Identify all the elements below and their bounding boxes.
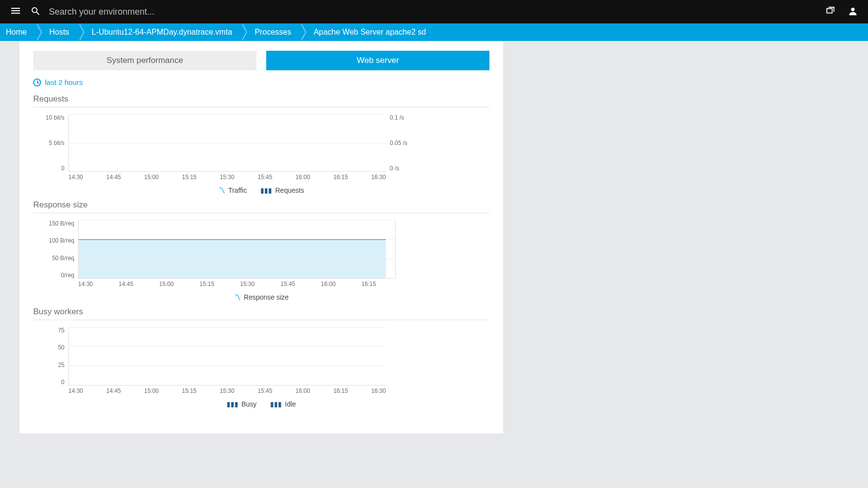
x-tick: 15:45 (257, 387, 272, 394)
y-tick: 0 (61, 165, 64, 172)
tab-system-performance[interactable]: System performance (33, 51, 256, 70)
section-title-requests: Requests (33, 94, 489, 104)
legend-item-busy[interactable]: ▮▮▮Busy (227, 400, 256, 408)
time-range-label: last 2 hours (45, 78, 83, 86)
y-tick: 0 (61, 379, 64, 386)
y-tick: 0/req (61, 272, 74, 279)
y-tick: 50 B/req (52, 255, 74, 262)
x-tick: 14:45 (106, 387, 121, 394)
legend-item-response-size[interactable]: 〽Response size (234, 293, 289, 301)
legend-response: 〽Response size (33, 293, 489, 301)
windows-icon[interactable] (825, 6, 836, 18)
breadcrumb-process-name[interactable]: Apache Web Server apache2 sd (301, 23, 436, 41)
legend-requests: 〽Traffic ▮▮▮Requests (33, 186, 489, 194)
legend-item-idle[interactable]: ▮▮▮Idle (270, 400, 296, 408)
x-tick: 16:00 (296, 387, 310, 394)
x-tick: 15:15 (182, 174, 196, 181)
x-tick: 15:30 (220, 387, 234, 394)
breadcrumb-processes[interactable]: Processes (242, 23, 301, 41)
x-tick: 16:00 (321, 281, 336, 287)
y-tick: 5 bit/s (49, 140, 64, 146)
y-tick: 25 (58, 362, 64, 368)
chart-requests: 10 bit/s 5 bit/s 0 14:30 14:45 15:00 15:… (33, 114, 489, 194)
x-tick: 15:15 (200, 281, 214, 287)
x-tick: 15:45 (280, 281, 295, 287)
search-icon[interactable] (30, 6, 42, 18)
x-tick: 15:00 (144, 174, 159, 181)
y-tick: 0.1 /s (390, 114, 404, 121)
search-input[interactable] (49, 7, 254, 17)
x-tick: 15:30 (240, 281, 254, 287)
legend-workers: ▮▮▮Busy ▮▮▮Idle (33, 400, 489, 408)
legend-item-requests[interactable]: ▮▮▮Requests (260, 186, 304, 194)
x-tick: 15:00 (144, 387, 159, 394)
bar-chart-icon: ▮▮▮ (260, 186, 272, 194)
plot-area[interactable] (68, 114, 386, 172)
breadcrumb: Home Hosts L-Ubuntu12-64-APMDay.dynatrac… (0, 23, 868, 41)
x-tick: 15:30 (220, 174, 234, 181)
x-tick: 16:30 (371, 174, 386, 181)
chart-busy-workers: 75 50 25 0 14:30 14:45 15:00 (33, 327, 489, 408)
y-tick: 50 (58, 344, 64, 351)
user-icon[interactable] (847, 6, 858, 18)
plot-area[interactable] (78, 220, 396, 279)
y-tick: 100 B/req (49, 237, 74, 244)
x-tick: 14:30 (68, 387, 83, 394)
breadcrumb-home[interactable]: Home (0, 23, 37, 41)
breadcrumb-host-name[interactable]: L-Ubuntu12-64-APMDay.dynatrace.vmta (79, 23, 242, 41)
y-tick: 10 bit/s (45, 114, 64, 121)
x-tick: 16:15 (333, 174, 348, 181)
x-tick: 15:15 (182, 387, 196, 394)
x-tick: 14:45 (106, 174, 121, 181)
main-card: System performance Web server last 2 hou… (20, 41, 503, 433)
x-tick: 16:15 (333, 387, 348, 394)
x-tick: 14:30 (68, 174, 83, 181)
y-tick: 150 B/req (49, 220, 74, 227)
x-tick: 15:00 (159, 281, 174, 287)
section-title-response: Response size (33, 200, 489, 210)
y-tick: 0 /s (390, 165, 399, 172)
chart-response-size: 150 B/req 100 B/req 50 B/req 0/req 14:30 (33, 220, 489, 301)
bar-chart-icon: ▮▮▮ (270, 400, 282, 408)
x-tick: 16:00 (296, 174, 310, 181)
divider (33, 320, 489, 320)
section-title-workers: Busy workers (33, 307, 489, 317)
bar-chart-icon: ▮▮▮ (227, 400, 238, 408)
y-tick: 75 (58, 327, 64, 334)
x-tick: 15:45 (257, 174, 272, 181)
divider (33, 213, 489, 213)
x-tick: 14:45 (119, 281, 133, 287)
y-tick: 0.05 /s (390, 140, 407, 146)
line-chart-icon: 〽 (218, 186, 225, 194)
plot-area[interactable] (68, 327, 386, 386)
hamburger-menu-icon[interactable] (10, 5, 23, 19)
x-tick: 16:30 (371, 387, 386, 394)
topbar (0, 0, 868, 23)
time-range-selector[interactable]: last 2 hours (33, 78, 489, 86)
clock-icon (33, 79, 41, 86)
x-tick: 14:30 (78, 281, 93, 287)
divider (33, 107, 489, 107)
breadcrumb-hosts[interactable]: Hosts (37, 23, 79, 41)
line-chart-icon: 〽 (234, 293, 241, 301)
tab-web-server[interactable]: Web server (266, 51, 489, 70)
legend-item-traffic[interactable]: 〽Traffic (218, 186, 247, 194)
svg-point-0 (851, 7, 854, 11)
tab-row: System performance Web server (33, 51, 489, 70)
x-tick: 16:15 (361, 281, 376, 287)
